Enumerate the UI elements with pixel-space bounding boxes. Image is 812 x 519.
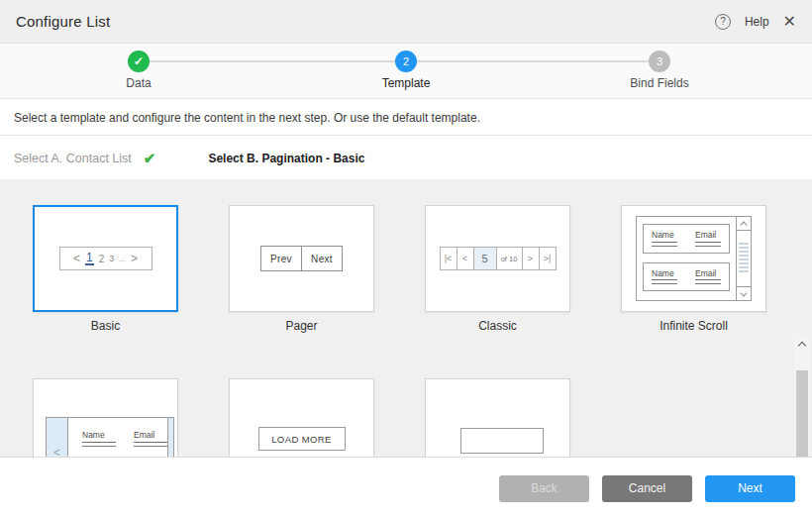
gallery-scrollbar[interactable] <box>794 335 810 457</box>
step-bind-fields-label: Bind Fields <box>630 76 688 90</box>
template-card-carousel[interactable]: < Name Email > <box>33 378 178 457</box>
step-template-circle[interactable]: 2 <box>395 51 417 72</box>
next-page-icon: > <box>522 247 540 270</box>
template-label-classic: Classic <box>425 319 570 333</box>
page-1: 1 <box>85 252 94 266</box>
template-label-basic: Basic <box>33 319 178 333</box>
configure-list-dialog: Configure List ? Help ✕ ✓ 2 3 Data Templ… <box>0 0 812 519</box>
carousel-right-icon: > <box>167 418 174 457</box>
help-button[interactable]: Help <box>745 15 769 29</box>
name-label: Name <box>652 230 677 243</box>
step-bind-fields-circle[interactable]: 3 <box>649 51 670 72</box>
template-card-pager[interactable]: Prev Next <box>229 205 374 312</box>
email-field: Email <box>134 430 167 457</box>
empty-box-preview <box>460 428 544 454</box>
template-label-pager: Pager <box>229 319 374 333</box>
name-label: Name <box>82 430 116 443</box>
chevron-right-icon: > <box>131 253 138 264</box>
check-icon: ✔ <box>144 150 156 167</box>
template-card-load-more[interactable]: LOAD MORE <box>229 378 374 457</box>
template-card-infinite-scroll[interactable]: Name Email Name <box>621 205 766 312</box>
scrollbar-thumb[interactable] <box>796 370 808 457</box>
carousel-record: Name Email <box>68 418 167 457</box>
dialog-header: Configure List ? Help ✕ <box>0 0 812 44</box>
selection-summary-row: Select A. Contact List ✔ Select B. Pagin… <box>0 137 812 179</box>
dialog-footer: Back Cancel Next <box>0 457 812 519</box>
chevron-left-icon: < <box>73 253 80 264</box>
page-title: Configure List <box>16 13 110 30</box>
mini-scrollbar-thumb <box>739 243 749 274</box>
template-card-custom[interactable] <box>425 378 570 457</box>
email-label: Email <box>695 230 721 243</box>
classic-preview: |< < 5 of 10 > >| <box>426 206 569 311</box>
pager-buttons: Prev Next <box>260 246 343 271</box>
record-preview: Name Email <box>643 262 730 292</box>
email-label: Email <box>695 268 721 281</box>
select-b-label: Select B. Pagination - Basic <box>208 152 364 165</box>
back-button[interactable]: Back <box>499 475 589 502</box>
record-list: Name Email Name <box>637 217 736 300</box>
load-more-button-preview: LOAD MORE <box>258 427 346 451</box>
ellipsis: ... <box>119 255 126 263</box>
next-button-preview: Next <box>301 246 343 271</box>
page-3: 3 <box>109 254 114 263</box>
page-2: 2 <box>99 254 105 264</box>
carousel-left-icon: < <box>47 418 68 457</box>
text-line <box>82 446 116 447</box>
text-line <box>652 246 677 247</box>
name-field: Name <box>652 268 677 285</box>
name-field: Name <box>82 430 116 457</box>
prev-page-icon: < <box>457 247 474 270</box>
basic-preview: < 1 2 3 ... > <box>35 207 176 310</box>
help-icon[interactable]: ? <box>715 14 731 30</box>
basic-pagination-preview: < 1 2 3 ... > <box>59 247 152 270</box>
scroll-up-icon <box>737 217 751 231</box>
name-field: Name <box>652 230 677 247</box>
template-card-basic[interactable]: < 1 2 3 ... > <box>33 205 178 312</box>
prev-button-preview: Prev <box>260 246 302 271</box>
page-count-label: of 10 <box>496 247 523 270</box>
carousel-preview: < Name Email > <box>46 417 174 457</box>
cancel-button[interactable]: Cancel <box>602 475 692 502</box>
stepper-connector-2 <box>417 60 649 62</box>
template-gallery: < 1 2 3 ... > Basic Prev Next Pager <box>0 179 812 457</box>
template-card-classic[interactable]: |< < 5 of 10 > >| <box>425 205 570 312</box>
pager-preview: Prev Next <box>230 206 373 311</box>
first-page-icon: |< <box>440 247 457 270</box>
classic-pagination-bar: |< < 5 of 10 > >| <box>440 247 557 270</box>
infinite-scroll-preview: Name Email Name <box>636 216 752 301</box>
email-label: Email <box>134 430 167 443</box>
mini-scrollbar <box>736 217 751 300</box>
record-preview: Name Email <box>643 224 730 254</box>
instruction-text: Select a template and configure the cont… <box>0 100 812 136</box>
step-data-label: Data <box>126 76 151 90</box>
step-data-circle[interactable]: ✓ <box>128 51 150 72</box>
template-label-infinite-scroll: Infinite Scroll <box>621 319 766 333</box>
current-page-value: 5 <box>473 247 497 270</box>
last-page-icon: >| <box>539 247 557 270</box>
name-label: Name <box>652 268 677 281</box>
text-line <box>695 246 721 247</box>
text-line <box>695 283 721 284</box>
close-icon[interactable]: ✕ <box>783 14 796 30</box>
text-line <box>652 283 677 284</box>
scroll-down-icon <box>737 286 751 300</box>
select-a-label: Select A. Contact List <box>14 152 132 165</box>
text-line <box>134 446 167 447</box>
email-field: Email <box>695 230 721 247</box>
scrollbar-up-icon[interactable] <box>798 342 806 350</box>
step-template-label: Template <box>382 76 431 90</box>
wizard-stepper: ✓ 2 3 Data Template Bind Fields <box>0 44 812 99</box>
next-button[interactable]: Next <box>705 475 795 502</box>
email-field: Email <box>695 268 721 285</box>
header-actions: ? Help ✕ <box>715 14 796 30</box>
stepper-connector-1 <box>150 60 395 62</box>
